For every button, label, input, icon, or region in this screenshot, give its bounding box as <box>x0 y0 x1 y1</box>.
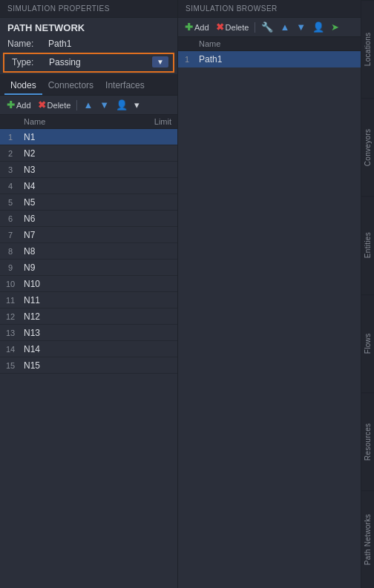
row-name: N11 <box>21 295 140 305</box>
table-row[interactable]: 4 N4 <box>0 178 177 194</box>
side-tab-flows[interactable]: Flows <box>361 294 374 392</box>
left-header-label: SIMULATION PROPERTIES <box>7 4 110 13</box>
user-icon: 👤 <box>116 99 128 110</box>
more-button[interactable]: ▾ <box>132 99 142 111</box>
row-num: 13 <box>0 328 21 337</box>
row-num: 1 <box>0 133 21 142</box>
table-row[interactable]: 10 N10 <box>0 276 177 292</box>
add-icon: ✚ <box>7 99 15 110</box>
row-name: N2 <box>21 148 140 159</box>
tab-interfaces[interactable]: Interfaces <box>99 77 151 95</box>
up-arrow-icon: ▲ <box>83 99 93 110</box>
row-name: N1 <box>21 132 140 142</box>
row-num: 9 <box>0 263 21 272</box>
col-limit-header: Limit <box>140 117 177 126</box>
table-row[interactable]: 6 N6 <box>0 211 177 227</box>
name-field-row: Name: Path1 <box>0 36 177 51</box>
delete-icon: ✖ <box>38 99 46 110</box>
type-label: Type: <box>12 57 49 67</box>
sim-user-button[interactable]: 👤 <box>310 21 327 33</box>
delete-node-button[interactable]: ✖ Delete <box>36 98 73 112</box>
move-up-button[interactable]: ▲ <box>81 99 95 111</box>
table-row[interactable]: 3 N3 <box>0 162 177 178</box>
type-field-row: Type: Passing Non-Passing ▼ <box>3 53 174 73</box>
table-row[interactable]: 9 N9 <box>0 260 177 276</box>
sim-col-num-header <box>178 39 196 48</box>
wrench-icon: 🔧 <box>261 22 273 33</box>
tab-nodes[interactable]: Nodes <box>4 77 42 95</box>
name-label: Name: <box>7 39 48 49</box>
table-row[interactable]: 5 N5 <box>0 194 177 211</box>
left-panel: SIMULATION PROPERTIES PATH NETWORK Name:… <box>0 0 178 588</box>
sim-add-icon: ✚ <box>185 22 193 33</box>
sim-add-button[interactable]: ✚ Add <box>183 20 211 34</box>
tabs-bar: Nodes Connectors Interfaces <box>0 74 177 96</box>
row-name: N10 <box>21 279 140 289</box>
sim-user-icon: 👤 <box>312 22 324 33</box>
sim-right-arrow-icon: ➤ <box>331 22 339 33</box>
toolbar-separator <box>76 100 77 110</box>
row-num: 2 <box>0 149 21 158</box>
table-row[interactable]: 8 N8 <box>0 243 177 260</box>
row-name: N9 <box>21 262 140 273</box>
name-value: Path1 <box>48 39 71 49</box>
tab-connectors[interactable]: Connectors <box>42 77 99 95</box>
sim-delete-icon: ✖ <box>216 22 224 33</box>
move-down-button[interactable]: ▼ <box>97 99 111 111</box>
sim-up-button[interactable]: ▲ <box>278 21 292 33</box>
sim-down-button[interactable]: ▼ <box>294 21 308 33</box>
sim-browser-header: SIMULATION BROWSER <box>178 0 361 18</box>
row-name: N14 <box>21 344 140 354</box>
row-num: 11 <box>0 296 21 305</box>
table-row[interactable]: 7 N7 <box>0 227 177 243</box>
col-name-header: Name <box>21 117 140 126</box>
side-tab-conveyors[interactable]: Conveyors <box>361 98 374 196</box>
row-num: 5 <box>0 198 21 207</box>
table-row[interactable]: 11 N11 <box>0 292 177 308</box>
simulation-browser: SIMULATION BROWSER ✚ Add ✖ Delete 🔧 ▲ ▼ <box>178 0 361 588</box>
row-num: 3 <box>0 165 21 174</box>
dropdown-arrow-icon: ▼ <box>152 56 168 67</box>
type-select[interactable]: Passing Non-Passing <box>49 57 151 67</box>
row-name: N13 <box>21 328 140 338</box>
sim-delete-button[interactable]: ✖ Delete <box>214 20 252 34</box>
table-row[interactable]: 12 N12 <box>0 308 177 325</box>
side-tab-locations[interactable]: Locations <box>361 0 374 98</box>
row-num: 6 <box>0 214 21 223</box>
row-name: N15 <box>21 360 140 371</box>
side-tabs: LocationsConveyorsEntitiesFlowsResources… <box>361 0 374 588</box>
table-row[interactable]: 13 N13 <box>0 325 177 341</box>
down-arrow-icon: ▼ <box>99 99 109 110</box>
more-icon: ▾ <box>134 99 140 110</box>
side-tab-path-networks[interactable]: Path Networks <box>361 490 374 588</box>
sim-row-num: 1 <box>178 55 196 64</box>
row-name: N5 <box>21 197 140 208</box>
path-network-title: PATH NETWORK <box>0 18 177 36</box>
row-name: N7 <box>21 230 140 240</box>
nodes-table-header: Name Limit <box>0 115 177 129</box>
row-num: 15 <box>0 361 21 370</box>
sim-arrow-button[interactable]: ➤ <box>329 21 341 33</box>
sim-wrench-button[interactable]: 🔧 <box>259 21 275 33</box>
side-tab-entities[interactable]: Entities <box>361 196 374 294</box>
row-num: 14 <box>0 345 21 354</box>
right-area: SIMULATION BROWSER ✚ Add ✖ Delete 🔧 ▲ ▼ <box>178 0 374 588</box>
sim-table-row[interactable]: 1 Path1 <box>178 51 361 67</box>
row-name: N3 <box>21 165 140 175</box>
row-num: 10 <box>0 280 21 288</box>
sim-toolbar-sep <box>255 22 255 33</box>
table-row[interactable]: 15 N15 <box>0 357 177 374</box>
table-row[interactable]: 14 N14 <box>0 341 177 357</box>
sim-down-arrow-icon: ▼ <box>296 22 306 33</box>
table-row[interactable]: 2 N2 <box>0 145 177 162</box>
table-row[interactable]: 1 N1 <box>0 129 177 145</box>
left-panel-header: SIMULATION PROPERTIES <box>0 0 177 18</box>
nodes-toolbar: ✚ Add ✖ Delete ▲ ▼ 👤 ▾ <box>0 96 177 115</box>
sim-toolbar: ✚ Add ✖ Delete 🔧 ▲ ▼ 👤 ➤ <box>178 18 361 37</box>
user-icon-button[interactable]: 👤 <box>114 99 130 111</box>
sim-up-arrow-icon: ▲ <box>280 22 289 33</box>
side-tab-resources[interactable]: Resources <box>361 392 374 490</box>
add-node-button[interactable]: ✚ Add <box>4 98 33 112</box>
row-name: N6 <box>21 214 140 224</box>
sim-row-name: Path1 <box>196 54 361 65</box>
